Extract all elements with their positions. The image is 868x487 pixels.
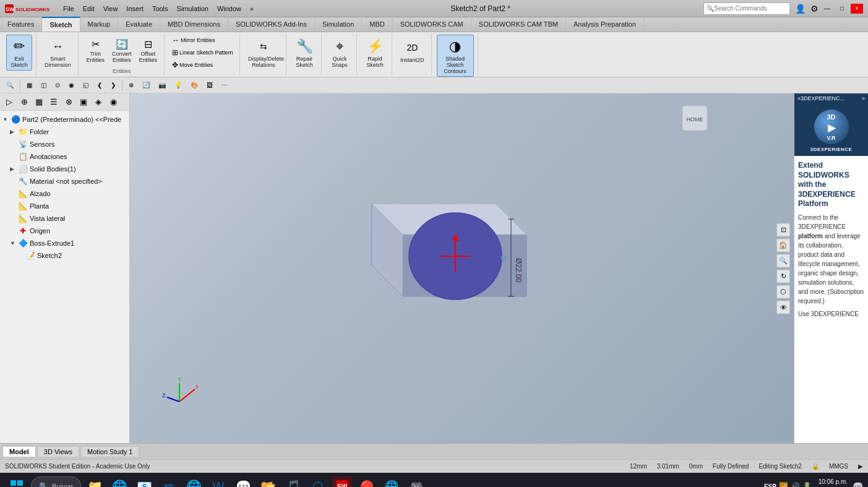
taskbar-icon-teams[interactable]: 💬 (233, 476, 253, 487)
tab-simulation[interactable]: Simulation (315, 17, 362, 32)
restore-button[interactable]: □ (836, 4, 848, 14)
lt-eye-btn[interactable]: ◉ (106, 95, 120, 109)
lt-filter-btn[interactable]: ⊗ (62, 95, 75, 109)
menu-window[interactable]: Window (213, 4, 245, 14)
taskbar-icon-files[interactable]: 📂 (258, 476, 278, 487)
shaded-sketch-contours-button[interactable]: ◑ Shaded SketchContours (437, 35, 474, 77)
network-icon[interactable]: 📶 (779, 482, 788, 487)
tree-item-folder[interactable]: ▶ 📁 Folder (0, 126, 129, 138)
tab-model[interactable]: Model (2, 446, 36, 457)
tab-sketch[interactable]: Sketch (42, 17, 80, 32)
tb2-snap-btn[interactable]: ⊕ (125, 80, 137, 90)
tb2-hide-btn[interactable]: ◉ (65, 80, 78, 90)
rapid-sketch-button[interactable]: ⚡ RapidSketch (362, 35, 388, 71)
lt-arrow-btn[interactable]: ▷ (2, 95, 16, 109)
tb2-section-btn[interactable]: ◱ (79, 80, 92, 90)
tb2-more-btn[interactable]: ⋯ (218, 80, 231, 90)
close-button[interactable]: × (851, 4, 863, 14)
taskbar-clock[interactable]: 10:06 p.m. 31/01/2025 (817, 478, 848, 487)
menu-edit[interactable]: Edit (79, 4, 98, 14)
minimize-button[interactable]: — (821, 4, 833, 14)
lt-plus-btn[interactable]: ⊕ (17, 95, 31, 109)
sound-icon[interactable]: 🔊 (791, 482, 800, 487)
settings-icon[interactable]: ⚙ (810, 4, 819, 14)
tree-item-part[interactable]: ▼ 🔵 Part2 (Predeterminado) <<Prede (0, 113, 129, 126)
tree-item-vista-lateral[interactable]: 📐 Vista lateral (0, 212, 129, 225)
taskbar-icon-explorer[interactable]: 📁 (85, 476, 105, 487)
tb2-camera-btn[interactable]: 📷 (155, 80, 170, 90)
taskbar-icon-app1[interactable]: 🔴 (357, 476, 377, 487)
move-entities-button[interactable]: ✥ Move Entities (170, 59, 215, 71)
view-rotate-btn[interactable]: ↻ (776, 269, 790, 283)
linear-sketch-button[interactable]: ⊞ Linear Sketch Pattern (170, 47, 236, 58)
tb2-grid-btn[interactable]: ▦ (23, 80, 36, 90)
taskbar-icon-spotify[interactable]: 🎵 (283, 476, 303, 487)
tree-item-alzado[interactable]: 📐 Alzado (0, 187, 129, 200)
view-zoom-btn[interactable]: 🏠 (776, 238, 790, 252)
instant2d-button[interactable]: 2D Instant2D (397, 35, 428, 67)
menu-simulation[interactable]: Simulation (173, 4, 212, 14)
tab-mbd[interactable]: MBD (362, 17, 392, 32)
view-orient-btn[interactable]: ⊡ (776, 223, 790, 236)
taskbar-icon-chrome2[interactable]: 🌐 (184, 476, 204, 487)
start-button[interactable] (5, 475, 28, 487)
taskbar-icon-vscode[interactable]: ⬡ (307, 476, 327, 487)
repair-sketch-button[interactable]: 🔧 RepairSketch (291, 35, 317, 71)
tb2-appear-btn[interactable]: 🖼 (203, 80, 217, 90)
tab-3d-views[interactable]: 3D Views (37, 446, 79, 457)
tab-features[interactable]: Features (0, 17, 42, 32)
menu-view[interactable]: View (100, 4, 122, 14)
search-input[interactable] (714, 5, 788, 12)
convert-entities-button[interactable]: 🔄 ConvertEntities (109, 35, 135, 66)
battery-icon[interactable]: 🔋 (802, 482, 812, 487)
viewcube[interactable]: HOME (676, 100, 713, 137)
tab-addins[interactable]: SOLIDWORKS Add-Ins (228, 17, 315, 32)
display-delete-relations-button[interactable]: ⇆ Display/DeleteRelations (245, 35, 282, 71)
notification-icon[interactable]: 💬 (853, 481, 863, 487)
tab-evaluate[interactable]: Evaluate (118, 17, 160, 32)
lt-view-btn[interactable]: ▣ (77, 95, 90, 109)
taskbar-search[interactable]: 🔍 Buscar (31, 476, 81, 487)
tree-item-anotaciones[interactable]: 📋 Anotaciones (0, 150, 129, 163)
tree-item-sketch2[interactable]: 📝 Sketch2 (0, 249, 129, 262)
view-section-btn[interactable]: ⬡ (776, 285, 790, 298)
menu-file[interactable]: File (59, 4, 78, 14)
menu-tools[interactable]: Tools (148, 4, 172, 14)
statusbar-arrow[interactable]: ▶ (858, 463, 863, 470)
mirror-entities-button[interactable]: ↔ Mirror Entities (170, 35, 218, 46)
view-hide-btn[interactable]: 👁 (776, 300, 790, 314)
lt-grid-btn[interactable]: ▦ (32, 95, 46, 109)
taskbar-icon-word[interactable]: W (208, 476, 228, 487)
tab-cam-tbm[interactable]: SOLIDWORKS CAM TBM (471, 17, 566, 32)
tab-markup[interactable]: Markup (80, 17, 119, 32)
view-pan-btn[interactable]: 🔍 (776, 254, 790, 267)
exit-sketch-button[interactable]: ✏ ExitSketch (6, 35, 32, 71)
tree-item-origen[interactable]: ✚ Origen (0, 225, 129, 237)
search-box[interactable]: 🔍 (703, 2, 790, 15)
tb2-view-btn[interactable]: ◫ (37, 80, 50, 90)
tree-item-planta[interactable]: 📐 Planta (0, 200, 129, 212)
tab-mbd-dimensions[interactable]: MBD Dimensions (160, 17, 228, 32)
help-icon[interactable]: 👤 (795, 4, 806, 14)
taskbar-icon-app3[interactable]: 🎮 (406, 476, 426, 487)
taskbar-icon-app2[interactable]: 🌐 (382, 476, 402, 487)
tb2-nav-back[interactable]: ❮ (93, 80, 106, 90)
offset-entities-button[interactable]: ⊟ OffsetEntities (136, 35, 161, 66)
smart-dimension-button[interactable]: ↔ SmartDimension (41, 35, 74, 71)
tab-cam[interactable]: SOLIDWORKS CAM (393, 17, 471, 32)
tb2-nav-fwd[interactable]: ❯ (107, 80, 119, 90)
tab-analysis[interactable]: Analysis Preparation (566, 17, 644, 32)
taskbar-icon-solidworks[interactable]: SW (332, 476, 352, 487)
tree-item-material[interactable]: 🔧 Material <not specified> (0, 175, 129, 187)
tb2-scene-btn[interactable]: 🎨 (187, 80, 202, 90)
tab-motion-study[interactable]: Motion Study 1 (80, 446, 139, 457)
menu-more[interactable]: » (246, 4, 257, 14)
lt-list-btn[interactable]: ☰ (47, 95, 61, 109)
taskbar-icon-chrome[interactable]: 🌐 (110, 476, 129, 487)
tb2-origin-btn[interactable]: ⊙ (51, 80, 64, 90)
menu-insert[interactable]: Insert (122, 4, 147, 14)
taskbar-icon-email[interactable]: 📧 (134, 476, 154, 487)
taskbar-icon-vs[interactable]: ✏ (159, 476, 179, 487)
tb2-light-btn[interactable]: 💡 (171, 80, 186, 90)
tb2-view3d-btn[interactable]: 🔄 (139, 80, 153, 90)
